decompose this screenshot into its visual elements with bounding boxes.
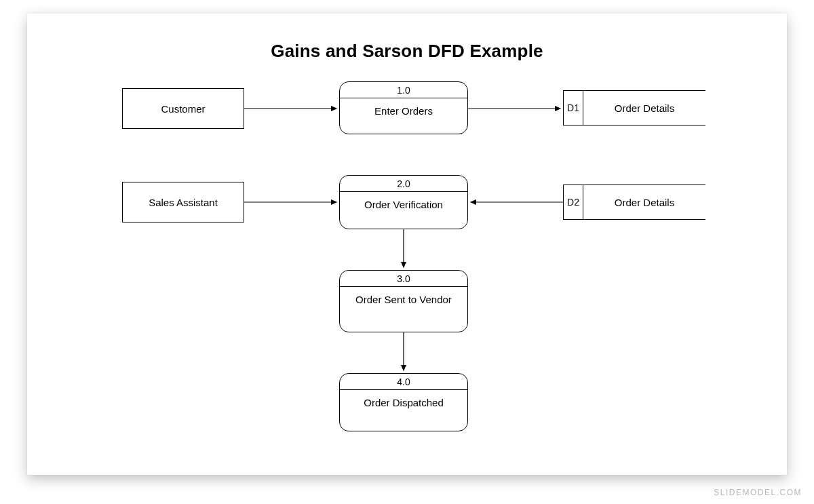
process-label: Enter Orders (340, 98, 467, 125)
entity-sales-assistant: Sales Assistant (122, 182, 244, 222)
process-number: 3.0 (340, 271, 467, 287)
datastore-d2: D2 Order Details (563, 185, 705, 220)
process-label: Order Verification (340, 192, 467, 218)
datastore-label: Order Details (583, 185, 705, 220)
process-3: 3.0 Order Sent to Vendor (339, 270, 468, 332)
process-number: 2.0 (340, 176, 467, 192)
entity-label: Sales Assistant (149, 197, 218, 208)
diagram-title: Gains and Sarson DFD Example (27, 41, 787, 62)
slide-canvas: Gains and Sarson DFD Example Customer 1.… (27, 14, 787, 475)
datastore-label: Order Details (583, 90, 705, 125)
datastore-number: D1 (563, 90, 583, 125)
entity-customer: Customer (122, 88, 244, 129)
process-1: 1.0 Enter Orders (339, 81, 468, 134)
process-label: Order Sent to Vendor (340, 287, 467, 313)
process-number: 1.0 (340, 82, 467, 98)
process-number: 4.0 (340, 374, 467, 390)
process-label: Order Dispatched (340, 390, 467, 416)
datastore-number: D2 (563, 185, 583, 220)
process-4: 4.0 Order Dispatched (339, 373, 468, 431)
datastore-d1: D1 Order Details (563, 90, 705, 125)
watermark: SLIDEMODEL.COM (714, 488, 802, 497)
process-2: 2.0 Order Verification (339, 175, 468, 229)
entity-label: Customer (161, 103, 205, 115)
